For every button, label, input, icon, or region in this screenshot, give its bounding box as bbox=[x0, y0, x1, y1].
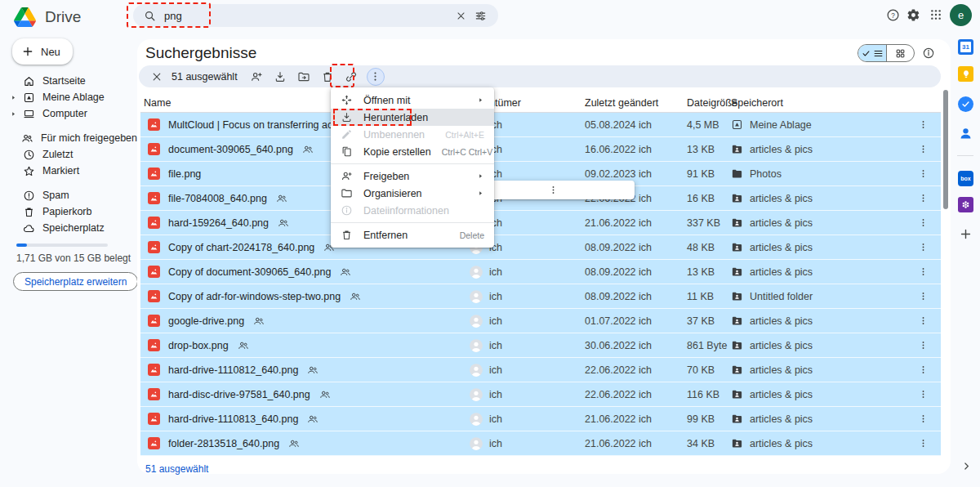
rail-calendar-icon[interactable]: 31 bbox=[958, 39, 973, 55]
expand-arrow-icon[interactable] bbox=[10, 109, 23, 118]
table-row[interactable]: hard-drive-1110812_640.pngich22.06.2022 … bbox=[140, 358, 941, 382]
table-row[interactable]: Copy of document-309065_640.pngich08.09.… bbox=[140, 260, 941, 284]
drive-location-icon bbox=[731, 118, 743, 131]
column-header-speicherort[interactable]: Speicherort bbox=[731, 97, 908, 109]
row-menu-button[interactable] bbox=[908, 217, 938, 228]
menu-item-organisieren[interactable]: Organisieren bbox=[331, 185, 494, 202]
location-cell[interactable]: articles & pics bbox=[731, 437, 908, 449]
sidebar-item-label: Markiert bbox=[42, 165, 79, 176]
sidebar-item-meine-ablage[interactable]: Meine Ablage bbox=[0, 89, 137, 105]
expand-arrow-icon[interactable] bbox=[10, 93, 23, 101]
location-cell[interactable]: articles & pics bbox=[731, 266, 908, 278]
location-cell[interactable]: Untitled folder bbox=[731, 290, 908, 302]
table-row[interactable]: drop-box.pngich30.06.2022 ich861 Byteart… bbox=[140, 333, 941, 358]
rail-box-icon[interactable]: box bbox=[958, 171, 973, 186]
search-icon[interactable] bbox=[144, 10, 156, 22]
sidebar-item-speicherplatz[interactable]: Speicherplatz bbox=[0, 220, 137, 236]
help-icon[interactable]: ? bbox=[886, 8, 900, 22]
table-row[interactable]: google-drive.pngich01.07.2022 ich37 KBar… bbox=[140, 309, 941, 333]
table-row[interactable]: MultCloud | Focus on transferring across… bbox=[140, 113, 941, 137]
sidebar-item-computer[interactable]: Computer bbox=[0, 105, 137, 122]
row-menu-button[interactable] bbox=[908, 340, 938, 351]
hide-side-panel-icon[interactable] bbox=[961, 461, 972, 471]
location-cell[interactable]: Photos bbox=[731, 168, 908, 180]
menu-item-öffnen-mit[interactable]: Öffnen mit bbox=[331, 92, 494, 109]
rail-contacts-icon[interactable] bbox=[958, 126, 973, 141]
clear-search-icon[interactable] bbox=[456, 11, 466, 21]
move-button[interactable] bbox=[292, 67, 316, 87]
row-menu-button[interactable] bbox=[908, 413, 938, 424]
rail-third-party-addon-icon[interactable] bbox=[958, 197, 973, 212]
owner-cell: ich bbox=[469, 436, 585, 451]
rail-tasks-icon[interactable] bbox=[958, 96, 973, 112]
location-cell[interactable]: articles & pics bbox=[731, 339, 908, 351]
sidebar-item-spam[interactable]: Spam bbox=[0, 187, 137, 203]
more-options-button[interactable] bbox=[367, 68, 385, 86]
search-options-icon[interactable] bbox=[474, 10, 487, 22]
table-row[interactable]: hard-disc-drive-97581_640.pngich22.06.20… bbox=[140, 382, 941, 407]
menu-item-kopie-erstellen[interactable]: Kopie erstellenCtrl+C Ctrl+V bbox=[331, 143, 494, 160]
scrollbar[interactable] bbox=[943, 90, 948, 209]
grid-view-toggle[interactable] bbox=[886, 45, 914, 61]
list-view-toggle[interactable] bbox=[858, 45, 886, 61]
location-cell[interactable]: articles & pics bbox=[731, 413, 908, 425]
location-cell[interactable]: articles & pics bbox=[731, 192, 908, 204]
location-cell[interactable]: articles & pics bbox=[731, 364, 908, 376]
table-row[interactable]: Copy of chart-2024178_640.pngich08.09.20… bbox=[140, 235, 941, 260]
row-menu-button[interactable] bbox=[908, 291, 938, 302]
row-menu-button[interactable] bbox=[908, 168, 938, 179]
clear-selection-icon[interactable] bbox=[151, 71, 163, 83]
row-menu-button[interactable] bbox=[908, 364, 938, 375]
menu-item-freigeben[interactable]: Freigeben bbox=[331, 168, 494, 185]
row-menu-button[interactable] bbox=[908, 193, 938, 203]
table-row[interactable]: folder-2813518_640.pngich21.06.2022 ich3… bbox=[140, 431, 941, 456]
settings-gear-icon[interactable] bbox=[906, 8, 920, 22]
drive-logo[interactable]: Drive bbox=[14, 7, 81, 27]
menu-item-dateiinformationen: Dateiinformationen bbox=[331, 202, 494, 219]
column-header-dateigröße[interactable]: Dateigröße bbox=[687, 97, 731, 109]
column-header-zuletzt-geändert[interactable]: Zuletzt geändert bbox=[585, 97, 687, 109]
sidebar-item-markiert[interactable]: Markiert bbox=[0, 163, 137, 179]
table-row[interactable]: document-309065_640.pngich16.06.2022 ich… bbox=[140, 137, 941, 162]
row-menu-button[interactable] bbox=[908, 315, 938, 326]
row-menu-button[interactable] bbox=[908, 389, 938, 400]
location-cell[interactable]: articles & pics bbox=[731, 217, 908, 229]
account-avatar[interactable]: e bbox=[950, 4, 972, 26]
row-menu-button[interactable] bbox=[908, 119, 938, 130]
search-query[interactable]: png bbox=[164, 10, 182, 22]
search-input[interactable]: png bbox=[133, 4, 498, 27]
shared-people-icon bbox=[238, 340, 249, 351]
upgrade-storage-button[interactable]: Speicherplatz erweitern bbox=[13, 272, 138, 291]
table-row[interactable]: Copy of adr-for-windows-step-two.pngich0… bbox=[140, 284, 941, 309]
details-info-icon[interactable] bbox=[922, 47, 935, 60]
location-cell[interactable]: articles & pics bbox=[731, 388, 908, 400]
sidebar-item-für-mich-freigegeben[interactable]: Für mich freigegeben bbox=[0, 130, 137, 146]
sidebar-item-zuletzt[interactable]: Zuletzt bbox=[0, 146, 137, 163]
modified-cell: 30.06.2022 ich bbox=[585, 340, 687, 351]
download-button[interactable] bbox=[269, 67, 292, 87]
rail-keep-icon[interactable] bbox=[958, 66, 973, 82]
new-button[interactable]: Neu bbox=[12, 38, 73, 65]
column-options-button[interactable] bbox=[471, 181, 635, 199]
delete-button[interactable] bbox=[316, 67, 340, 87]
sidebar-item-startseite[interactable]: Startseite bbox=[0, 73, 137, 89]
google-apps-grid-icon[interactable] bbox=[929, 8, 942, 21]
location-cell[interactable]: articles & pics bbox=[731, 143, 908, 155]
size-cell: 13 KB bbox=[687, 144, 731, 155]
sidebar-item-papierkorb[interactable]: Papierkorb bbox=[0, 203, 137, 220]
location-cell[interactable]: articles & pics bbox=[731, 241, 908, 253]
menu-item-shortcut: Ctrl+C Ctrl+V bbox=[442, 147, 492, 157]
location-cell[interactable]: Meine Ablage bbox=[731, 118, 908, 131]
row-menu-button[interactable] bbox=[908, 438, 938, 449]
menu-item-entfernen[interactable]: EntfernenDelete bbox=[331, 226, 494, 244]
location-cell[interactable]: articles & pics bbox=[731, 315, 908, 327]
row-menu-button[interactable] bbox=[908, 144, 938, 154]
copy-link-button[interactable] bbox=[340, 67, 363, 87]
row-menu-button[interactable] bbox=[908, 242, 938, 252]
get-addons-plus-icon[interactable] bbox=[959, 227, 973, 241]
share-button[interactable] bbox=[245, 67, 269, 87]
row-menu-button[interactable] bbox=[908, 266, 938, 277]
table-row[interactable]: hard-159264_640.pngich21.06.2022 ich337 … bbox=[140, 211, 941, 235]
menu-item-herunterladen[interactable]: Herunterladen bbox=[331, 109, 494, 126]
table-row[interactable]: hard-drive-1110813_640.pngich21.06.2022 … bbox=[140, 407, 941, 431]
